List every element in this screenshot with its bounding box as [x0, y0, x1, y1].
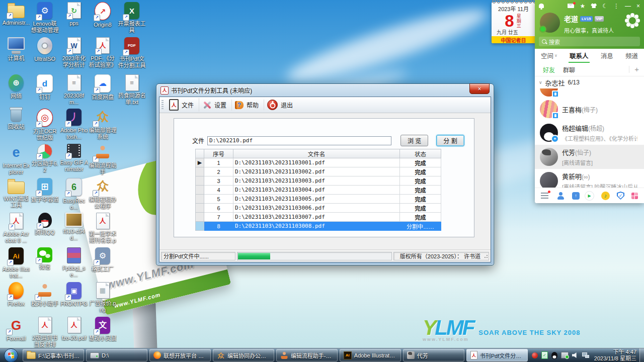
- desktop-icon-frontpage[interactable]: ▣↗FRONTPG: [60, 282, 88, 307]
- row-selector[interactable]: [196, 176, 204, 186]
- desktop-icon-text-doc-202308fm[interactable]: ≡202308fm...: [60, 74, 88, 106]
- tencent-video-icon[interactable]: [585, 191, 594, 201]
- night-mode-icon[interactable]: ☾: [602, 3, 608, 9]
- add-group-button[interactable]: +: [629, 66, 639, 73]
- close-button[interactable]: [469, 83, 490, 94]
- desktop-icon-editorial-mgmt-system[interactable]: 众↗编辑部管理系统: [89, 109, 117, 140]
- row-selector[interactable]: [196, 195, 204, 204]
- desktop-icon-baidu-netdisk[interactable]: ☁↗百度网盘: [89, 74, 117, 101]
- toolbar-button-tools[interactable]: 设置: [199, 100, 232, 111]
- table-row[interactable]: 5D:\20231103\20231103005.pdf完成: [196, 195, 441, 204]
- split-button[interactable]: 分 割: [436, 135, 464, 146]
- tray-foxmail-icon[interactable]: [532, 352, 538, 358]
- contact-row[interactable]: 代芳(仙子)[离线请留言]: [535, 145, 644, 169]
- desktop-icon-easyrecovery[interactable]: 6↗EasyReco...: [60, 178, 88, 211]
- more-menu-icon[interactable]: ⋮: [613, 3, 619, 9]
- tray-network-icon[interactable]: [582, 352, 589, 358]
- contact-row[interactable]: 黄新明(∞)[离线请留言] 吵醒沉睡冰山后从容脱逃: [535, 169, 644, 188]
- table-row[interactable]: 3D:\20231103\20231103003.pdf完成: [196, 176, 441, 186]
- dress-up-icon[interactable]: [591, 4, 597, 8]
- desktop-icon-format-factory[interactable]: ⚙↗格式工厂: [89, 247, 117, 273]
- window-titlebar[interactable]: 书刊Pdf文件分割工具 (未响应): [159, 84, 491, 97]
- desktop-icon-number-puzzle[interactable]: ⊞↗数字华容道: [31, 178, 59, 203]
- taskbar-button[interactable]: 联想开放平台 — ...: [149, 349, 211, 361]
- desktop-icon-proofreading-assistant[interactable]: ↗校对小助手: [31, 282, 59, 307]
- desktop-icon-adobe-photoshop[interactable]: 丿↗Adobe Photosh...: [60, 109, 88, 140]
- table-row[interactable]: 4D:\20231103\20231103004.pdf完成: [196, 186, 441, 195]
- desktop-icon-wintone-ocr-mouse[interactable]: 文↗慧视小灵鼠: [89, 317, 117, 342]
- desktop-icon-wechat[interactable]: ↗微信: [31, 247, 59, 270]
- desktop-icon-foxmail[interactable]: G↗Foxmail: [2, 317, 30, 342]
- desktop-icon-lenovo-driver-manager[interactable]: ⚙↗Lenovo联想驱动管理: [31, 2, 59, 34]
- user-signature[interactable]: 用心做事，真诚待人: [564, 26, 614, 34]
- app-grid-icon[interactable]: [631, 193, 638, 199]
- tray-safe-doc-icon[interactable]: [541, 351, 548, 359]
- desktop-icon-editor-workflow-assistant[interactable]: ↗编辑流程助手: [89, 144, 117, 175]
- desktop-icon-firefox[interactable]: ↗Firefox: [2, 282, 30, 307]
- mail-icon[interactable]: [568, 4, 574, 8]
- favorites-star-icon[interactable]: ★: [580, 3, 585, 9]
- share-icon[interactable]: [572, 192, 580, 200]
- desktop-icon-ultraiso[interactable]: UltraISO: [31, 37, 59, 62]
- taskbar-button[interactable]: 编辑协同办公程...: [213, 349, 274, 361]
- tray-device-icon[interactable]: [561, 352, 569, 358]
- desktop-icon-origin8[interactable]: ↗↗Origin8: [89, 2, 117, 28]
- contact-row[interactable]: 王喜梅(梅子): [535, 98, 644, 121]
- desktop-icon-pdf-analysis-lab[interactable]: 人↗PDF-《分析试验室》论...: [89, 37, 117, 69]
- desktop-icon-rar-fpbbgj[interactable]: Fpbbgj_se...: [60, 247, 88, 278]
- tab-频道[interactable]: 频道: [624, 49, 639, 63]
- desktop-icon-txt-yaoshi-list[interactable]: ≡药食同源名单.txt: [118, 74, 146, 106]
- contact-row-partial[interactable]: [535, 88, 644, 98]
- column-header[interactable]: 文件名: [233, 149, 400, 158]
- toolbar-button-help[interactable]: 帮助: [232, 100, 264, 110]
- browse-button[interactable]: 浏 览: [400, 135, 428, 146]
- security-shield-icon[interactable]: [617, 192, 624, 200]
- desktop-icon-founder-ocr[interactable]: ◎↗方正OCR世纪版: [31, 109, 59, 141]
- desktop-icon-easy-gif-animator[interactable]: ↗Easy GIF Animator: [60, 144, 88, 172]
- desktop-icon-internet-explorer[interactable]: eInternet Explorer: [2, 144, 30, 175]
- search-bar[interactable]: 搜索: [539, 37, 640, 46]
- subtab-群聊[interactable]: 群聊: [563, 65, 575, 74]
- row-selector[interactable]: [196, 167, 204, 176]
- desktop-icon-administrator-folder[interactable]: ↗Administr...: [2, 2, 30, 26]
- user-avatar[interactable]: [540, 13, 560, 33]
- contact-group-header[interactable]: ∨ 杂志社 6/13: [535, 76, 644, 88]
- row-selector[interactable]: [196, 213, 204, 222]
- start-button[interactable]: [4, 348, 18, 362]
- desktop-icon-computer[interactable]: 计算机: [2, 37, 30, 62]
- desktop-icon-pdf-split-tool[interactable]: PDF↗书刊Pdf文件分割工具: [118, 37, 146, 69]
- desktop-icon-adobe-acrobat-8[interactable]: 人↗Adobe Acrobat 8 ...: [2, 213, 30, 244]
- minimize-icon[interactable]: —: [625, 3, 631, 9]
- table-row[interactable]: 6D:\20231103\20231103006.pdf完成: [196, 204, 441, 213]
- menu-icon[interactable]: [541, 193, 548, 199]
- user-nickname[interactable]: 老道: [564, 14, 578, 24]
- taskbar-button[interactable]: 编辑流程助手-许...: [276, 349, 338, 361]
- desktop-icon-png-ad-quote[interactable]: ▦广告报价.png: [89, 282, 117, 313]
- table-row[interactable]: 7D:\20231103\20231103007.pdf完成: [196, 213, 441, 222]
- table-row[interactable]: 8D:\20231103\20231103008.pdf分割中……: [196, 222, 441, 231]
- taskbar-button[interactable]: 书刊Pdf文件分割...: [466, 349, 528, 361]
- taskbar-button[interactable]: D:\: [86, 349, 147, 361]
- column-header[interactable]: 状态: [400, 149, 441, 158]
- tray-qq-icon[interactable]: [551, 352, 557, 359]
- desktop-icon-draft-office-program[interactable]: 众↗编辑初稿办公程序: [89, 178, 117, 210]
- desktop-icon-tencent-qq[interactable]: ↗腾讯QQ: [31, 213, 59, 236]
- notification-bell-icon[interactable]: [539, 4, 544, 8]
- row-selector[interactable]: [196, 186, 204, 195]
- desktop-icon-pdf-journal-list[interactable]: 人第一批学术期刊名录.pdf: [89, 213, 117, 244]
- close-icon[interactable]: ×: [636, 3, 640, 9]
- tab-消息[interactable]: 消息: [600, 49, 614, 63]
- desktop-icon-dingtalk[interactable]: d↗钉钉: [31, 74, 59, 101]
- desktop-icon-pdf-fzo-20[interactable]: 人fzo-20.pdf: [60, 317, 88, 341]
- toolbar-button-pdf-doc[interactable]: 文件: [166, 98, 199, 112]
- column-header[interactable]: 序号: [204, 149, 233, 158]
- file-path-input[interactable]: D:\202210.pdf: [207, 136, 391, 145]
- exit-button[interactable]: 退出: [264, 99, 298, 111]
- desktop-icon-pdf-2ban[interactable]: 人2版运到书当反台排描...: [31, 317, 59, 348]
- taskbar-button[interactable]: 代芳: [403, 349, 464, 361]
- calendar-gadget[interactable]: 2023年 11月 8 星期三 九月 廿五 中国记者日: [492, 2, 535, 43]
- row-selector[interactable]: [196, 222, 204, 231]
- tab-联系人[interactable]: 联系人: [569, 49, 590, 63]
- taskbar-button[interactable]: F:\记事本\书刊Pd...: [23, 349, 84, 361]
- qq-music-icon[interactable]: [601, 192, 610, 200]
